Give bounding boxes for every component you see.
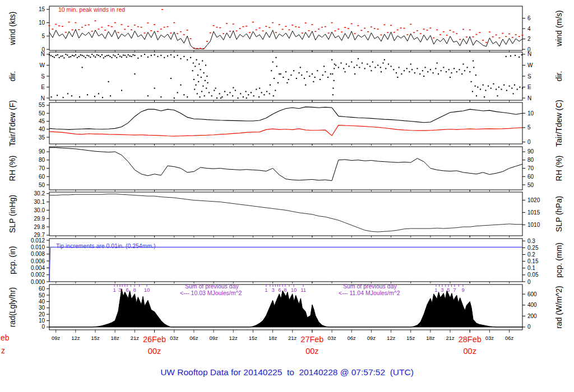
time-label: 09z bbox=[209, 335, 218, 341]
axis-label-right-dir: dir. bbox=[554, 71, 563, 82]
time-label: 21z bbox=[131, 335, 140, 341]
rad-area bbox=[49, 289, 522, 327]
date-label: 27Feb bbox=[300, 335, 323, 344]
axis-label-right-tair: Tair/Tdew (C) bbox=[554, 100, 563, 147]
pcp-line bbox=[49, 247, 522, 282]
y-tick-label: 70 bbox=[39, 165, 45, 171]
y-tick-label: 2 bbox=[527, 36, 531, 42]
clipped-date-z: z bbox=[1, 347, 5, 354]
y-tick-label: W bbox=[40, 62, 45, 68]
y-tick-label: 10 bbox=[39, 20, 45, 26]
time-label: 21z bbox=[288, 335, 297, 341]
date-label: 28Feb bbox=[459, 335, 482, 344]
time-label: 18z bbox=[111, 335, 120, 341]
axis-label-left-slp: SLP (inHg) bbox=[8, 195, 17, 233]
y-tick-label: W bbox=[527, 62, 533, 68]
rad-mjoule-label: 1 bbox=[113, 287, 115, 293]
rad-sum1-value: <--- 10.03 MJoules/m^2 bbox=[180, 290, 242, 297]
time-label: 15z bbox=[249, 335, 258, 341]
axis-label-left-rad: rad(Lgly/hr) bbox=[8, 287, 17, 328]
y-tick-label: 0.010 bbox=[31, 244, 45, 250]
axis-label-right-rad: rad (W/m^2) bbox=[554, 286, 563, 329]
time-label: 06z bbox=[348, 335, 357, 341]
time-label: 18z bbox=[269, 335, 277, 341]
y-tick-label: 0.004 bbox=[31, 265, 45, 271]
y-tick-label: S bbox=[41, 73, 45, 80]
y-tick-label: S bbox=[527, 73, 531, 80]
y-tick-label: 15 bbox=[39, 6, 45, 12]
time-label: 12z bbox=[387, 335, 396, 341]
axis-label-right-pcp: pcp. (mm) bbox=[554, 242, 563, 278]
y-tick-label: 10 bbox=[39, 318, 45, 324]
y-tick-label: 1020 bbox=[527, 197, 540, 203]
panel-rad: 0102030405060020040060013681013681011135… bbox=[39, 284, 537, 333]
y-tick-label: 40 bbox=[39, 298, 45, 305]
axis-label-left-wind: wind (kts) bbox=[8, 12, 17, 46]
y-tick-label: 0.2 bbox=[527, 251, 535, 258]
y-tick-label: 30 bbox=[39, 305, 45, 311]
time-label: 09z bbox=[52, 335, 61, 341]
y-tick-label: 5 bbox=[527, 124, 531, 130]
y-tick-label: 10 bbox=[527, 110, 534, 116]
date-label: 26Feb bbox=[143, 335, 166, 344]
y-tick-label: 0 bbox=[527, 139, 531, 145]
y-tick-label: 0.25 bbox=[527, 245, 539, 251]
y-tick-label: N bbox=[527, 95, 531, 101]
y-tick-label: 60 bbox=[39, 174, 45, 180]
panel-dir: NWSENNWSEN bbox=[40, 51, 533, 102]
rad-mjoule-label: 6 bbox=[278, 287, 281, 293]
rad-mjoule-label: 5 bbox=[447, 287, 450, 293]
y-tick-label: 30.1 bbox=[34, 199, 45, 205]
y-tick-label: 55 bbox=[39, 102, 45, 108]
rad-mjoule-label: 9 bbox=[461, 287, 464, 293]
rad-mjoule-label: 7 bbox=[453, 287, 456, 293]
y-tick-label: 200 bbox=[527, 313, 537, 319]
time-label: 15z bbox=[91, 335, 100, 341]
time-label: 15z bbox=[406, 335, 415, 341]
y-tick-label: 5 bbox=[41, 33, 45, 39]
y-tick-label: 50 bbox=[39, 182, 45, 188]
wind-peak-note: 10 min. peak winds in red bbox=[58, 7, 125, 13]
y-tick-label: N bbox=[41, 95, 45, 101]
rad-mjoule-label: 6 bbox=[126, 287, 128, 293]
y-tick-label: 50 bbox=[527, 182, 534, 188]
time-label: 06z bbox=[189, 335, 198, 341]
y-tick-label: 0 bbox=[41, 324, 45, 330]
axis-label-left-dir: dir. bbox=[8, 71, 17, 82]
rad-mjoule-label: 10 bbox=[291, 287, 297, 293]
rad-mjoule-marks: 1368101368101113579 bbox=[113, 284, 464, 293]
y-tick-label: 0.1 bbox=[527, 265, 535, 271]
time-label: 03z bbox=[170, 335, 179, 341]
pcp-tip-note: Tip increments are 0.01in. (0.254mm.) bbox=[56, 243, 156, 250]
y-tick-label: 50 bbox=[39, 110, 45, 116]
y-tick-label: 90 bbox=[527, 148, 534, 155]
axis-label-left-pcp: pcp. (in) bbox=[8, 246, 17, 274]
y-tick-label: 29.9 bbox=[34, 216, 45, 222]
y-tick-label: 60 bbox=[527, 174, 534, 180]
rad-sum2-value: <--- 11.04 MJoules/m^2 bbox=[339, 290, 400, 297]
y-tick-label: E bbox=[527, 84, 531, 90]
time-label: 03z bbox=[485, 335, 494, 341]
y-tick-label: 0.012 bbox=[31, 237, 45, 244]
y-tick-label: 60 bbox=[39, 286, 45, 292]
y-tick-label: 30.2 bbox=[34, 190, 45, 197]
axis-label-left-rh: RH (%) bbox=[8, 156, 17, 181]
time-label: 12z bbox=[229, 335, 238, 341]
y-tick-label: 0.006 bbox=[31, 258, 45, 264]
rad-sum2-title: Sum of previous day bbox=[343, 283, 397, 290]
y-tick-label: 0 bbox=[527, 324, 531, 330]
axis-label-right-wind: wind (m/s) bbox=[554, 10, 563, 47]
y-tick-label: E bbox=[41, 84, 45, 90]
wind-peak-dots bbox=[49, 21, 524, 48]
axis-label-right-slp: SLP (hPa) bbox=[554, 196, 563, 232]
panel-frame-dir bbox=[49, 52, 522, 100]
rad-mjoule-label: 1 bbox=[265, 287, 267, 293]
time-label: 18z bbox=[426, 335, 435, 341]
rad-mjoule-label: 3 bbox=[441, 287, 443, 293]
rad-mjoule-label: 3 bbox=[271, 287, 274, 293]
y-tick-label: 90 bbox=[39, 148, 45, 155]
y-tick-label: 50 bbox=[39, 292, 45, 298]
y-tick-label: 70 bbox=[527, 165, 534, 171]
tair-line bbox=[49, 107, 522, 129]
rad-mjoule-label: 10 bbox=[144, 287, 150, 293]
